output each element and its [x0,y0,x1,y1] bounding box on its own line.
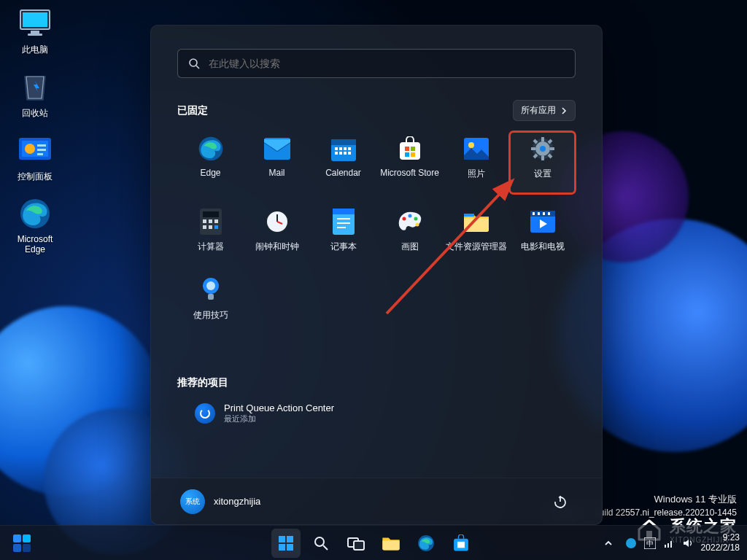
svg-rect-27 [411,152,415,157]
pinned-app-label: Mail [268,168,285,178]
svg-rect-25 [411,147,415,151]
pinned-app-calculator[interactable]: 计算器 [177,204,244,267]
taskbar-clock[interactable]: 9:23 2022/2/18 [701,533,740,553]
pinned-app-label: 画图 [401,241,419,253]
pinned-app-calendar[interactable]: Calendar [310,131,376,194]
svg-rect-62 [464,214,474,217]
svg-rect-24 [405,147,409,151]
pinned-app-label: 计算器 [198,241,224,253]
svg-rect-1 [23,12,47,27]
taskbar-app-store[interactable] [446,529,476,558]
svg-rect-67 [543,212,545,215]
network-icon[interactable] [663,537,675,549]
svg-rect-43 [203,219,206,223]
start-search-input[interactable] [209,58,565,69]
svg-rect-85 [457,541,465,547]
svg-rect-22 [348,152,351,155]
pinned-app-label: 照片 [468,168,485,180]
svg-line-37 [534,140,537,143]
pinned-title: 已固定 [177,104,208,117]
edge-tray-icon[interactable] [625,537,637,549]
pinned-app-label: Calendar [325,168,361,178]
desktop: 此电脑 回收站 控制面板 Microsoft Edge [6,6,71,268]
paint-icon [395,207,425,236]
notepad-icon [329,207,358,236]
pinned-app-label: 文件资源管理器 [446,241,507,253]
svg-rect-17 [344,147,347,150]
pinned-app-settings[interactable]: 设置 [509,131,576,194]
volume-icon[interactable] [682,537,694,549]
taskbar-app-explorer[interactable] [376,529,406,558]
pinned-app-tips[interactable]: 使用技巧 [177,273,244,335]
mail-icon [263,134,292,163]
desktop-icon-control-panel[interactable]: 控制面板 [6,133,64,183]
svg-text:中: 中 [646,540,654,548]
svg-rect-26 [405,152,409,157]
edge-icon [196,134,225,163]
svg-point-60 [414,217,417,221]
svg-rect-18 [348,147,351,150]
store-icon [395,134,425,163]
all-apps-button[interactable]: 所有应用 [513,100,576,121]
widgets-icon [12,533,32,553]
gear-icon [528,134,557,163]
monitor-icon [18,6,53,41]
svg-rect-42 [203,211,219,217]
svg-rect-77 [279,544,285,551]
pinned-app-label: 电影和电视 [521,241,565,253]
svg-rect-44 [209,219,212,223]
power-button[interactable] [548,489,573,514]
svg-line-40 [534,155,537,158]
pinned-app-edge[interactable]: Edge [177,131,244,194]
taskbar-search-button[interactable] [306,529,336,558]
start-button[interactable] [271,529,301,558]
desktop-icon-this-pc[interactable]: 此电脑 [6,6,64,56]
windows-icon [277,534,295,552]
svg-point-61 [415,223,419,227]
recycle-bin-icon [18,69,53,104]
pinned-app-notepad[interactable]: 记事本 [310,204,376,267]
pinned-app-movies[interactable]: 电影和电视 [509,204,576,267]
start-menu: 已固定 所有应用 Edge Mail Calendar Microsoft St… [150,25,603,525]
pinned-app-clock[interactable]: 闹钟和时钟 [244,204,310,267]
clock-date: 2022/2/18 [701,543,740,553]
widgets-button[interactable] [7,529,36,558]
recommended-item-title: Print Queue Action Center [224,402,334,413]
svg-rect-45 [214,219,218,223]
photos-icon [462,134,491,163]
recommended-item[interactable]: Print Queue Action Center 最近添加 [177,402,576,424]
desktop-icon-edge[interactable]: Microsoft Edge [6,196,64,254]
tips-icon [196,276,225,305]
svg-rect-16 [339,147,342,150]
clock-time: 9:23 [701,533,740,543]
tray-overflow-button[interactable] [599,534,618,553]
svg-rect-46 [203,225,206,229]
pinned-app-explorer[interactable]: 文件资源管理器 [443,204,509,267]
task-view-icon [347,536,365,551]
pinned-app-label: 记事本 [330,241,357,253]
ime-icon[interactable]: 中 [644,537,656,549]
pinned-app-paint[interactable]: 画图 [376,204,443,267]
taskbar: 中 9:23 2022/2/18 [0,525,747,560]
recommended-title: 推荐的项目 [177,376,576,389]
svg-point-58 [402,217,406,221]
task-view-button[interactable] [341,529,371,558]
edge-icon [417,534,435,552]
svg-rect-3 [28,34,42,36]
user-button[interactable]: 系统 xitongzhijia [180,489,260,514]
taskbar-app-edge[interactable] [411,529,441,558]
control-panel-icon [18,133,53,168]
start-search[interactable] [177,49,576,78]
svg-line-39 [549,140,551,143]
svg-point-86 [626,538,636,548]
printer-queue-icon [195,403,215,424]
desktop-icon-recycle-bin[interactable]: 回收站 [6,69,64,120]
svg-rect-75 [279,536,285,542]
pinned-app-label: 设置 [534,168,551,180]
svg-rect-78 [287,544,293,551]
svg-rect-48 [214,225,218,229]
pinned-app-photos[interactable]: 照片 [443,131,509,194]
svg-rect-68 [548,212,550,215]
pinned-app-store[interactable]: Microsoft Store [376,131,443,194]
pinned-app-mail[interactable]: Mail [244,131,310,194]
